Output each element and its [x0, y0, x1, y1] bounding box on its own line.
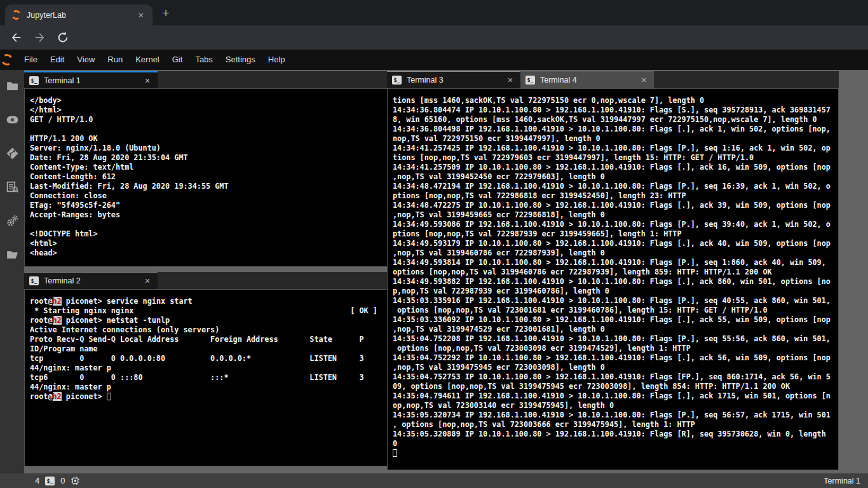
terminal-text-segment: piconet> — [62, 392, 107, 401]
terminal-line: 14:35:04.752753 IP 10.10.1.100.80 > 192.… — [393, 372, 833, 382]
terminal-line: tcp6 0 0 :::80 :::* LISTEN 3 — [30, 373, 397, 383]
main-area: $_ Terminal 1 × </body></html>GET / HTTP… — [0, 70, 868, 473]
terminal-line: Accept-Ranges: bytes — [30, 210, 397, 220]
running-sessions-icon — [6, 113, 19, 126]
terminal-line: Connection: close — [30, 191, 397, 201]
terminal-text-segment: piconet> service nginx start — [62, 297, 193, 306]
tab-close-icon[interactable]: × — [639, 75, 649, 85]
browser-toolbar: picotest.csc.uvic.ca/user/pan/lab/worksp… — [0, 25, 868, 50]
menu-item-run[interactable]: Run — [101, 50, 129, 70]
terminal-icon: $_ — [29, 76, 39, 85]
terminal-line: options [nop,nop,TS val 3199460786 ecr 7… — [393, 268, 833, 277]
sidebar-item-inspector[interactable] — [3, 177, 22, 196]
terminal-line: <!DOCTYPE html> — [30, 229, 397, 239]
menu-item-git[interactable]: Git — [166, 50, 189, 70]
terminal-line: 14:34:41.257509 IP 10.10.1.100.80 > 192.… — [393, 163, 833, 172]
terminal-line: 44/nginx: master p — [30, 363, 397, 373]
tab-terminal-1[interactable]: $_ Terminal 1 × — [24, 71, 158, 88]
terminal-line: 0 — [393, 439, 833, 449]
terminal-line: 14:34:49.593814 IP 10.10.1.100.80 > 192.… — [393, 258, 833, 268]
terminal-line: </body> — [30, 96, 397, 105]
terminal-icon: $_ — [45, 477, 55, 485]
menu-item-kernel[interactable]: Kernel — [129, 50, 166, 70]
menu-item-tabs[interactable]: Tabs — [189, 50, 219, 70]
menu-item-file[interactable]: File — [18, 50, 44, 70]
terminal-line: Active Internet connections (only server… — [30, 325, 397, 335]
terminal-line: 14:34:36.804498 IP 192.168.1.100.41910 >… — [393, 125, 833, 134]
terminal-line: GET / HTTP/1.0 — [30, 115, 397, 125]
terminal-line: 14:35:03.336092 IP 10.10.1.100.80 > 192.… — [393, 315, 833, 325]
tab-terminal-4[interactable]: $_ Terminal 4 × — [520, 71, 654, 88]
inspector-icon — [6, 180, 19, 194]
terminal-text-segment: h2 — [53, 392, 62, 401]
terminal-line: HTTP/1.1 200 OK — [30, 134, 397, 144]
browser-tabstrip: JupyterLab × + — [0, 0, 868, 25]
terminal-line: nop,TS val 722975150 ecr 3199447997], le… — [393, 134, 833, 144]
terminal-3-output[interactable]: tions [mss 1460,sackOK,TS val 722975150 … — [387, 88, 839, 470]
terminal-text-segment: piconet> netstat -tunlp — [62, 316, 170, 325]
terminal-line: <html> — [30, 239, 397, 248]
terminal-line: ,nop,TS val 3199474529 ecr 723001681], l… — [393, 325, 833, 334]
main-menu: FileEditViewRunKernelGitTabsSettingsHelp — [18, 50, 292, 70]
terminal-icon: $_ — [526, 76, 535, 85]
menu-item-edit[interactable]: Edit — [44, 50, 71, 70]
back-icon[interactable] — [9, 30, 23, 44]
terminal-line: 14:35:04.752208 IP 192.168.1.100.41910 >… — [393, 334, 833, 344]
terminal-line: 14:34:49.593086 IP 192.168.1.100.41910 >… — [393, 220, 833, 229]
terminal-line: tions [mss 1460,sackOK,TS val 722975150 … — [393, 96, 833, 105]
menu-item-settings[interactable]: Settings — [219, 50, 262, 70]
browser-tab-title: JupyterLab — [27, 11, 136, 20]
running-sessions-status[interactable]: 4 $_ 0 — [35, 476, 80, 485]
terminal-line: Content-Length: 612 — [30, 172, 397, 182]
sidebar-item-running-sessions[interactable] — [3, 110, 22, 129]
terminal-text-segment: root@ — [30, 392, 53, 401]
terminal-line: tions [nop,nop,TS val 722979603 ecr 3199… — [393, 153, 833, 163]
terminal-line: 14:35:04.752292 IP 10.10.1.100.80 > 192.… — [393, 353, 833, 363]
tab-close-icon[interactable]: × — [142, 76, 153, 86]
terminal-text-segment: root@ — [30, 297, 53, 306]
terminal-line: options [nop,nop,TS val 723003098 ecr 31… — [393, 344, 833, 353]
terminal-line: , options [nop,nop,TS val 723003666 ecr … — [393, 420, 833, 430]
menu-item-view[interactable]: View — [71, 50, 101, 70]
terminal-line: Last-Modified: Fri, 28 Aug 2020 19:34:55… — [30, 182, 397, 191]
terminal-line: 8, win 65160, options [mss 1460,sackOK,T… — [393, 115, 833, 125]
tab-close-icon[interactable]: × — [505, 75, 515, 85]
terminal-2-output[interactable]: root@h2 piconet> service nginx start * S… — [24, 289, 403, 466]
tab-terminal-2[interactable]: $_ Terminal 2 × — [24, 272, 158, 289]
terminal-line: 09, options [nop,nop,TS val 3199475945 e… — [393, 382, 833, 391]
git-icon — [6, 147, 19, 160]
browser-tab-jupyterlab[interactable]: JupyterLab × — [5, 4, 153, 25]
sidebar-item-git[interactable] — [3, 144, 22, 163]
reload-icon[interactable] — [56, 30, 70, 44]
sidebar-item-open-tabs[interactable] — [3, 245, 22, 264]
tab-close-icon[interactable]: × — [136, 10, 146, 20]
terminal-icon: $_ — [392, 76, 402, 85]
terminal-line: root@h2 piconet> — [30, 392, 397, 402]
forward-icon[interactable] — [33, 30, 47, 44]
terminal-line: ptions [nop,nop,TS val 722987939 ecr 319… — [393, 229, 833, 239]
terminal-text-segment: h2 — [53, 316, 62, 325]
tab-close-icon[interactable]: × — [142, 276, 153, 286]
status-bar: 4 $_ 0 Terminal 1 — [0, 473, 868, 488]
tab-terminal-3[interactable]: $_ Terminal 3 × — [387, 71, 520, 88]
terminal-line: 14:34:36.804474 IP 10.10.1.100.80 > 192.… — [393, 105, 833, 115]
jupyter-favicon — [11, 10, 22, 20]
terminal-text-segment: root@ — [30, 316, 53, 325]
screen: JupyterLab × + picotest.csc.uvic.ca/user… — [0, 0, 868, 488]
menu-item-help[interactable]: Help — [262, 50, 292, 70]
terminal-line: 14:34:49.593882 IP 192.168.1.100.41910 >… — [393, 277, 833, 287]
terminal-line: ETag: "5f495c5f-264" — [30, 201, 397, 210]
terminal-line: </html> — [30, 105, 397, 115]
sidebar-item-file-browser[interactable] — [3, 76, 22, 95]
terminal-line: ptions [nop,nop,TS val 722986818 ecr 319… — [393, 191, 833, 201]
left-sidebar — [0, 70, 24, 473]
terminal-line: root@h2 piconet> service nginx start — [30, 297, 397, 306]
terminal-line: ,nop,TS val 3199460786 ecr 722987939], l… — [393, 248, 833, 258]
terminal-line: ID/Program name — [30, 344, 397, 354]
sidebar-item-settings[interactable] — [3, 211, 22, 230]
new-tab-button[interactable]: + — [160, 8, 172, 19]
terminal-1-output[interactable]: </body></html>GET / HTTP/1.0 HTTP/1.1 20… — [24, 88, 403, 267]
terminal-cursor — [393, 449, 397, 457]
terminal-line: 14:34:48.472275 IP 10.10.1.100.80 > 192.… — [393, 201, 833, 210]
terminal-line: 14:34:49.593179 IP 10.10.1.100.80 > 192.… — [393, 239, 833, 248]
